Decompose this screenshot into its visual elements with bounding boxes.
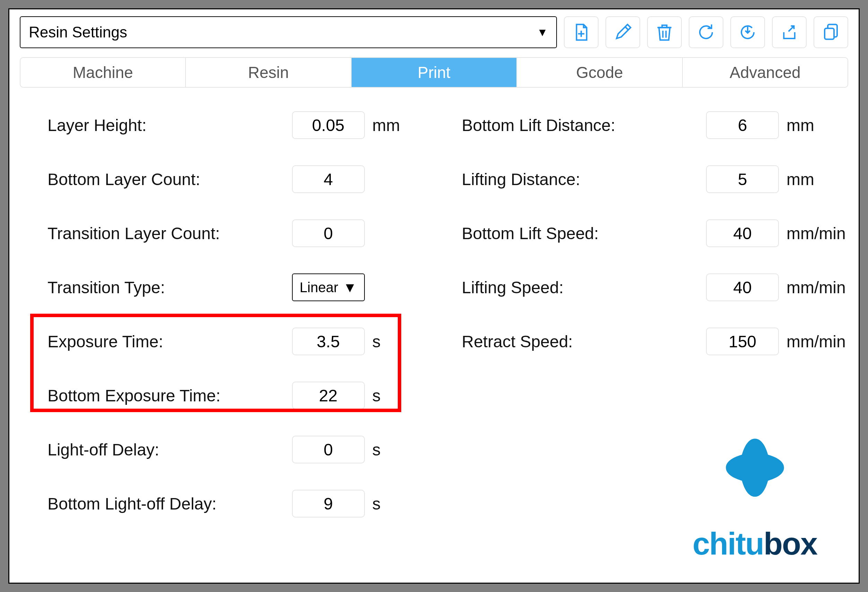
bottom-lift-distance-input[interactable]: 6 (706, 111, 779, 139)
delete-profile-button[interactable] (647, 16, 682, 48)
bottom-exposure-time-unit: s (365, 386, 427, 405)
bottom-light-off-delay-row: Bottom Light-off Delay: 9 s (47, 487, 427, 520)
add-profile-button[interactable] (564, 16, 599, 48)
retract-speed-unit: mm/min (779, 332, 841, 351)
lifting-speed-unit: mm/min (779, 278, 841, 297)
bottom-layer-count-label: Bottom Layer Count: (47, 170, 292, 189)
exposure-time-row: Exposure Time: 3.5 s (47, 325, 427, 358)
bottom-lift-speed-row: Bottom Lift Speed: 40 mm/min (462, 216, 841, 250)
transition-layer-count-label: Transition Layer Count: (47, 224, 292, 243)
copy-icon (822, 23, 840, 41)
retract-speed-input[interactable]: 150 (706, 328, 779, 355)
lifting-distance-unit: mm (779, 170, 841, 189)
transition-layer-count-input[interactable]: 0 (292, 219, 365, 247)
layer-height-label: Layer Height: (47, 116, 292, 135)
caret-down-icon: ▼ (343, 280, 357, 295)
lifting-distance-row: Lifting Distance: 5 mm (462, 163, 841, 196)
light-off-delay-label: Light-off Delay: (47, 440, 292, 459)
refresh-button[interactable] (689, 16, 723, 48)
lifting-distance-label: Lifting Distance: (462, 170, 706, 189)
top-toolbar: Resin Settings ▼ (20, 16, 848, 48)
bottom-exposure-time-label: Bottom Exposure Time: (47, 386, 292, 405)
chitubox-logo-mark (692, 434, 817, 526)
profile-name: Resin Settings (29, 24, 127, 41)
svg-rect-7 (825, 28, 834, 40)
exposure-time-input[interactable]: 3.5 (292, 328, 365, 355)
settings-left-column: Layer Height: 0.05 mm Bottom Layer Count… (20, 109, 441, 520)
add-file-icon (572, 23, 590, 41)
refresh-icon (697, 23, 715, 41)
lifting-distance-input[interactable]: 5 (706, 165, 779, 193)
tab-print[interactable]: Print (351, 58, 517, 87)
chitubox-logo-text: chitubox (692, 526, 817, 562)
edit-profile-button[interactable] (605, 16, 640, 48)
transition-type-select[interactable]: Linear ▼ (292, 274, 365, 301)
transition-type-label: Transition Type: (47, 278, 292, 297)
edit-icon (613, 23, 632, 41)
bottom-exposure-time-input[interactable]: 22 (292, 381, 365, 409)
bottom-exposure-time-row: Bottom Exposure Time: 22 s (47, 379, 427, 412)
delete-icon (655, 23, 674, 41)
transition-type-row: Transition Type: Linear ▼ (47, 271, 427, 304)
bottom-light-off-delay-label: Bottom Light-off Delay: (47, 494, 292, 513)
bottom-light-off-delay-input[interactable]: 9 (292, 490, 365, 517)
chitubox-logo: chitubox (692, 434, 817, 562)
layer-height-row: Layer Height: 0.05 mm (47, 109, 427, 142)
bottom-light-off-delay-unit: s (365, 494, 427, 513)
export-icon (780, 23, 799, 41)
tab-resin[interactable]: Resin (186, 58, 351, 87)
layer-height-input[interactable]: 0.05 (292, 111, 365, 139)
settings-panel: Resin Settings ▼ Machine Resin Print Gco… (8, 8, 860, 584)
retract-speed-row: Retract Speed: 150 mm/min (462, 325, 841, 358)
bottom-lift-speed-unit: mm/min (779, 224, 841, 243)
bottom-lift-distance-unit: mm (779, 116, 841, 135)
svg-line-2 (625, 27, 628, 30)
exposure-time-unit: s (365, 332, 427, 351)
bottom-lift-speed-label: Bottom Lift Speed: (462, 224, 706, 243)
bottom-layer-count-row: Bottom Layer Count: 4 (47, 163, 427, 196)
lifting-speed-label: Lifting Speed: (462, 278, 706, 297)
tabs: Machine Resin Print Gcode Advanced (20, 57, 848, 88)
bottom-layer-count-input[interactable]: 4 (292, 165, 365, 193)
retract-speed-label: Retract Speed: (462, 332, 706, 351)
bottom-lift-distance-label: Bottom Lift Distance: (462, 116, 706, 135)
import-button[interactable] (730, 16, 765, 48)
tab-advanced[interactable]: Advanced (683, 58, 847, 87)
exposure-time-label: Exposure Time: (47, 332, 292, 351)
svg-line-6 (788, 26, 794, 31)
profile-dropdown[interactable]: Resin Settings ▼ (20, 16, 557, 48)
bottom-lift-speed-input[interactable]: 40 (706, 219, 779, 247)
light-off-delay-unit: s (365, 440, 427, 459)
bottom-lift-distance-row: Bottom Lift Distance: 6 mm (462, 109, 841, 142)
export-button[interactable] (772, 16, 807, 48)
light-off-delay-input[interactable]: 0 (292, 436, 365, 464)
tab-machine[interactable]: Machine (21, 58, 186, 87)
import-icon (738, 23, 757, 41)
caret-down-icon: ▼ (537, 26, 548, 39)
tab-gcode[interactable]: Gcode (517, 58, 682, 87)
lifting-speed-input[interactable]: 40 (706, 274, 779, 301)
lifting-speed-row: Lifting Speed: 40 mm/min (462, 271, 841, 304)
copy-button[interactable] (813, 16, 848, 48)
transition-layer-count-row: Transition Layer Count: 0 (47, 216, 427, 250)
layer-height-unit: mm (365, 116, 427, 135)
light-off-delay-row: Light-off Delay: 0 s (47, 433, 427, 466)
